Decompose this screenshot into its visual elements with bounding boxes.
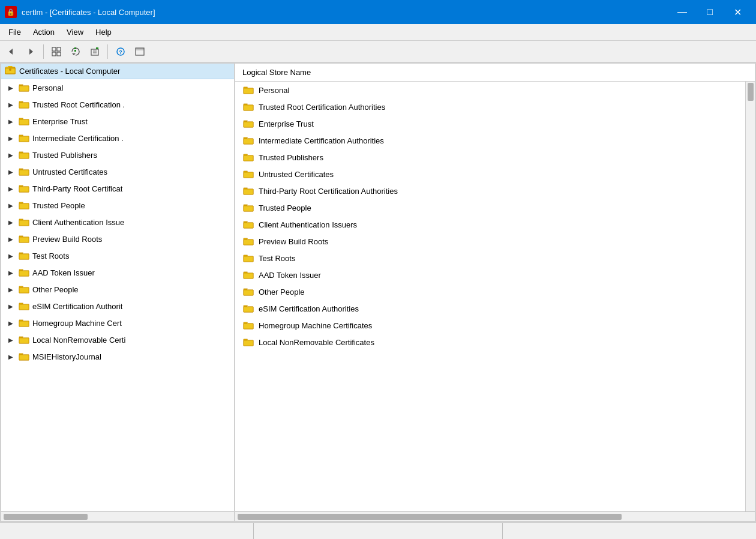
tree-item[interactable]: ▶ AAD Token Issuer xyxy=(1,264,234,281)
folder-icon xyxy=(243,237,254,246)
svg-rect-2 xyxy=(52,47,56,51)
svg-rect-13 xyxy=(96,47,98,49)
list-item-text: Local NonRemovable Certificates xyxy=(259,338,374,347)
list-item[interactable]: Trusted Root Certification Authorities xyxy=(235,98,745,115)
svg-rect-39 xyxy=(19,355,29,360)
properties-button[interactable] xyxy=(131,43,149,60)
expand-arrow: ▶ xyxy=(6,268,16,277)
menu-file[interactable]: File xyxy=(2,25,27,39)
list-item[interactable]: Preview Build Roots xyxy=(235,233,745,250)
folder-icon xyxy=(243,153,254,162)
expand-arrow: ▶ xyxy=(6,352,16,361)
list-item[interactable]: Trusted People xyxy=(235,199,745,216)
tree-item[interactable]: ▶ Preview Build Roots xyxy=(1,230,234,247)
tree-item[interactable]: ▶ Enterprise Trust xyxy=(1,113,234,130)
folder-icon xyxy=(19,100,29,109)
list-item[interactable]: Local NonRemovable Certificates xyxy=(235,334,745,351)
tree-item[interactable]: ▶ Trusted Publishers xyxy=(1,146,234,163)
tree-item[interactable]: ▶ Untrusted Certificates xyxy=(1,163,234,180)
tree-item[interactable]: ▶ Intermediate Certification . xyxy=(1,130,234,146)
tree-item[interactable]: ▶ Client Authentication Issue xyxy=(1,214,234,230)
folder-icon xyxy=(19,117,29,126)
svg-rect-44 xyxy=(244,155,253,161)
folder-icon xyxy=(19,319,29,328)
right-pane-list: Personal Trusted Root Certification Auth… xyxy=(235,82,745,511)
tree-item-text: Intermediate Certification . xyxy=(32,134,124,143)
folder-icon xyxy=(243,170,254,179)
view-toggle-button[interactable] xyxy=(47,43,65,60)
folder-icon xyxy=(243,136,254,145)
list-item[interactable]: Untrusted Certificates xyxy=(235,166,745,182)
list-item[interactable]: AAD Token Issuer xyxy=(235,266,745,283)
tree-item[interactable]: ▶ Trusted People xyxy=(1,197,234,214)
back-button[interactable] xyxy=(2,43,20,60)
expand-arrow: ▶ xyxy=(6,83,16,92)
forward-button[interactable] xyxy=(22,43,40,60)
tree-item[interactable]: ▶ Test Roots xyxy=(1,247,234,264)
help-button[interactable]: ? xyxy=(112,43,130,60)
tree-item[interactable]: ▶ Other People xyxy=(1,281,234,298)
list-item-text: Trusted Publishers xyxy=(259,153,323,162)
tree-item[interactable]: ▶ Homegroup Machine Cert xyxy=(1,315,234,331)
right-pane-header: Logical Store Name xyxy=(235,64,755,82)
list-item-text: Third-Party Root Certification Authoriti… xyxy=(259,187,398,196)
right-vscroll[interactable] xyxy=(745,82,755,511)
minimize-button[interactable]: — xyxy=(668,2,696,22)
tree-item[interactable]: ▶ Personal xyxy=(1,79,234,96)
svg-rect-25 xyxy=(19,119,29,125)
menu-action[interactable]: Action xyxy=(27,25,61,39)
window-controls: — □ ✕ xyxy=(668,2,751,22)
tree-item-text: Trusted People xyxy=(32,201,85,210)
main-area: Certificates - Local Computer ▶ Personal… xyxy=(0,62,756,522)
logical-store-name-header: Logical Store Name xyxy=(242,68,311,77)
left-pane: Certificates - Local Computer ▶ Personal… xyxy=(1,64,235,521)
list-item[interactable]: Enterprise Trust xyxy=(235,115,745,132)
tree-item[interactable]: ▶ Local NonRemovable Certi xyxy=(1,331,234,348)
list-item[interactable]: Intermediate Certification Authorities xyxy=(235,132,745,149)
tree-item-text: Preview Build Roots xyxy=(32,235,102,244)
list-item-text: Homegroup Machine Certificates xyxy=(259,321,372,330)
list-item[interactable]: Third-Party Root Certification Authoriti… xyxy=(235,182,745,199)
menu-view[interactable]: View xyxy=(61,25,89,39)
list-item[interactable]: Homegroup Machine Certificates xyxy=(235,317,745,334)
svg-rect-50 xyxy=(244,256,253,262)
tree-item[interactable]: ▶ Trusted Root Certification . xyxy=(1,96,234,113)
list-item[interactable]: eSIM Certification Authorities xyxy=(235,300,745,317)
list-item[interactable]: Test Roots xyxy=(235,250,745,266)
root-item[interactable]: Certificates - Local Computer xyxy=(1,64,234,79)
svg-rect-48 xyxy=(244,223,253,228)
list-item-text: Untrusted Certificates xyxy=(259,170,334,179)
svg-marker-0 xyxy=(9,49,13,55)
list-item[interactable]: Other People xyxy=(235,283,745,300)
tree-item-text: Test Roots xyxy=(32,251,69,260)
tree-item[interactable]: ▶ MSIEHistoryJournal xyxy=(1,348,234,365)
folder-icon xyxy=(243,119,254,128)
menu-help[interactable]: Help xyxy=(89,25,118,39)
list-item-text: Personal xyxy=(259,86,289,95)
tree-item-text: eSIM Certification Authorit xyxy=(32,302,122,311)
svg-marker-6 xyxy=(72,53,76,55)
svg-rect-51 xyxy=(244,273,253,279)
export-button[interactable] xyxy=(86,43,104,60)
folder-icon xyxy=(19,201,29,210)
tree-item[interactable]: ▶ eSIM Certification Authorit xyxy=(1,298,234,315)
svg-rect-41 xyxy=(244,105,253,110)
expand-arrow: ▶ xyxy=(6,100,16,109)
maximize-button[interactable]: □ xyxy=(696,2,724,22)
tree-item[interactable]: ▶ Third-Party Root Certificat xyxy=(1,180,234,197)
list-item[interactable]: Client Authentication Issuers xyxy=(235,216,745,233)
list-item[interactable]: Personal xyxy=(235,82,745,98)
close-button[interactable]: ✕ xyxy=(724,2,751,22)
root-icon xyxy=(5,65,16,77)
right-hscroll[interactable] xyxy=(235,511,755,521)
expand-arrow: ▶ xyxy=(6,200,16,210)
list-item[interactable]: Trusted Publishers xyxy=(235,149,745,166)
list-item-text: eSIM Certification Authorities xyxy=(259,304,359,313)
left-hscroll[interactable] xyxy=(1,511,234,521)
svg-rect-23 xyxy=(19,86,29,91)
folder-icon xyxy=(19,302,29,311)
svg-rect-9 xyxy=(91,49,98,55)
folder-icon xyxy=(19,184,29,193)
tree-item-text: Enterprise Trust xyxy=(32,117,88,126)
refresh-button[interactable] xyxy=(67,43,85,60)
